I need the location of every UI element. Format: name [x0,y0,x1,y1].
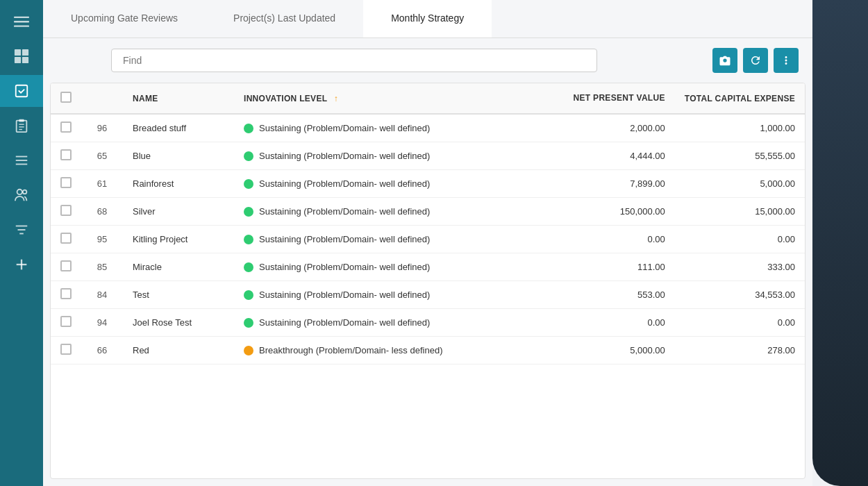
sidebar-item-list[interactable] [0,144,43,176]
row-npv: 111.00 [564,253,675,281]
row-checkbox-cell [51,309,81,337]
sidebar-item-dashboard[interactable] [0,40,43,72]
innovation-label: Sustaining (Problem/Domain- well defined… [259,262,430,272]
row-id: 61 [81,170,123,198]
svg-rect-4 [22,49,28,56]
data-table-container: NAME INNOVATION LEVEL ↑ NET PRESENT VALU… [50,83,806,479]
row-checkbox[interactable] [60,260,72,271]
header-checkbox[interactable] [60,92,72,103]
table-row: 96 Breaded stuff Sustaining (Problem/Dom… [51,114,805,142]
row-id: 84 [81,281,123,309]
innovation-label: Sustaining (Problem/Domain- well defined… [259,151,430,161]
row-checkbox-cell [51,226,81,253]
sort-asc-icon: ↑ [334,94,338,103]
innovation-label: Sustaining (Problem/Domain- well defined… [259,290,430,300]
innovation-dot [244,151,253,161]
innovation-dot [244,290,253,300]
row-tce: 34,553.00 [675,281,805,309]
svg-rect-7 [16,85,28,97]
sidebar-item-sort[interactable] [0,214,43,246]
row-name: Test [123,281,234,309]
row-tce: 1,000.00 [675,114,805,142]
sidebar-item-add[interactable] [0,249,43,280]
row-innovation-level: Sustaining (Problem/Domain- well defined… [234,253,564,281]
col-header-name[interactable]: NAME [123,83,234,114]
row-name: Rainforest [123,170,234,198]
sidebar-item-menu[interactable] [0,6,43,37]
row-checkbox-cell [51,170,81,198]
row-id: 66 [81,337,123,364]
row-innovation-level: Sustaining (Problem/Domain- well defined… [234,114,564,142]
row-npv: 150,000.00 [564,198,675,226]
row-npv: 553.00 [564,281,675,309]
row-tce: 5,000.00 [675,170,805,198]
row-npv: 5,000.00 [564,337,675,364]
innovation-label: Sustaining (Problem/Domain- well defined… [259,206,430,217]
innovation-dot [244,207,253,217]
col-header-check [51,83,81,114]
row-checkbox[interactable] [60,122,72,133]
svg-rect-2 [14,26,29,27]
camera-button[interactable] [712,48,737,73]
row-innovation-level: Sustaining (Problem/Domain- well defined… [234,170,564,198]
row-tce: 0.00 [675,309,805,337]
row-innovation-level: Sustaining (Problem/Domain- well defined… [234,198,564,226]
row-name: Red [123,337,234,364]
tab-monthly-strategy[interactable]: Monthly Strategy [363,0,492,37]
sidebar [0,0,43,486]
table-row: 84 Test Sustaining (Problem/Domain- well… [51,281,805,309]
svg-point-16 [17,190,22,194]
row-innovation-level: Sustaining (Problem/Domain- well defined… [234,309,564,337]
innovation-dot [244,346,253,355]
row-checkbox[interactable] [60,233,72,244]
table-row: 66 Red Breakthrough (Problem/Domain- les… [51,337,805,364]
innovation-label: Sustaining (Problem/Domain- well defined… [259,234,430,244]
row-id: 85 [81,253,123,281]
innovation-dot [244,262,253,272]
svg-rect-5 [15,57,21,63]
row-innovation-level: Sustaining (Problem/Domain- well defined… [234,281,564,309]
main-content: Upcoming Gate Reviews Project(s) Last Up… [43,0,812,486]
svg-rect-9 [19,119,24,122]
table-row: 95 Kitling Project Sustaining (Problem/D… [51,226,805,253]
row-checkbox[interactable] [60,205,72,216]
sidebar-item-tasks[interactable] [0,75,43,107]
sidebar-item-people[interactable] [0,179,43,211]
refresh-button[interactable] [743,48,768,73]
innovation-label: Sustaining (Problem/Domain- well defined… [259,317,430,328]
sidebar-item-clipboard[interactable] [0,110,43,142]
svg-rect-1 [14,21,29,22]
extra-button[interactable] [774,48,799,73]
row-checkbox-cell [51,142,81,170]
row-checkbox[interactable] [60,288,72,299]
tab-projects-last-updated[interactable]: Project(s) Last Updated [206,0,363,37]
innovation-dot [244,179,253,189]
table-row: 61 Rainforest Sustaining (Problem/Domain… [51,170,805,198]
svg-rect-0 [14,17,29,18]
table-row: 85 Miracle Sustaining (Problem/Domain- w… [51,253,805,281]
innovation-dot [244,124,253,133]
row-npv: 4,444.00 [564,142,675,170]
search-input[interactable] [111,49,597,72]
row-name: Silver [123,198,234,226]
row-checkbox[interactable] [60,149,72,160]
tab-upcoming-gate-reviews[interactable]: Upcoming Gate Reviews [43,0,206,37]
svg-rect-8 [17,121,27,133]
col-header-tce[interactable]: TOTAL CAPITAL EXPENSE [675,83,805,114]
row-innovation-level: Breakthrough (Problem/Domain- less defin… [234,337,564,364]
row-checkbox[interactable] [60,177,72,188]
innovation-label: Sustaining (Problem/Domain- well defined… [259,178,430,189]
row-name: Miracle [123,253,234,281]
row-checkbox[interactable] [60,316,72,327]
row-checkbox-cell [51,198,81,226]
row-checkbox-cell [51,281,81,309]
svg-point-17 [23,190,27,194]
row-id: 94 [81,309,123,337]
col-header-npv[interactable]: NET PRESENT VALUE [564,83,675,114]
table-body: 96 Breaded stuff Sustaining (Problem/Dom… [51,114,805,364]
row-checkbox[interactable] [60,344,72,355]
innovation-label: Sustaining (Problem/Domain- well defined… [259,123,430,133]
row-id: 65 [81,142,123,170]
col-header-id [81,83,123,114]
col-header-innovation[interactable]: INNOVATION LEVEL ↑ [234,83,564,114]
